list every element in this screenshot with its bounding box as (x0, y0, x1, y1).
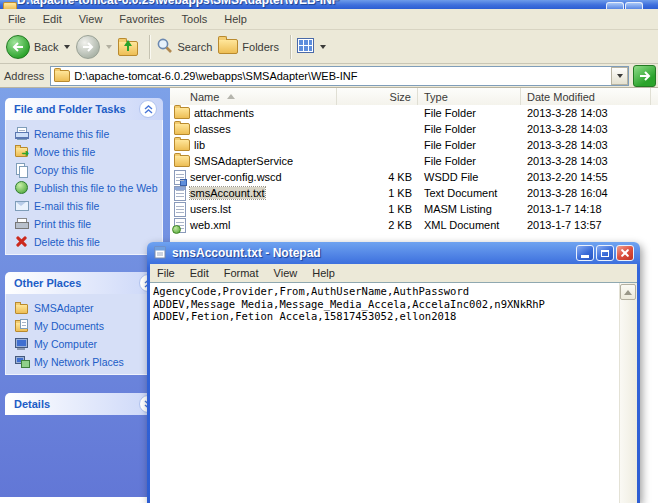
notepad-titlebar[interactable]: smsAccount.txt - Notepad (150, 242, 637, 264)
place-smsadapter[interactable]: SMSAdapter (15, 301, 158, 314)
file-row[interactable]: web.xml 2 KB XML Document 2013-1-7 13:57 (170, 217, 658, 233)
other-places-body: SMSAdapter My Documents My Computer My N… (5, 294, 163, 375)
task-copy-file[interactable]: Copy this file (15, 163, 158, 176)
search-icon (156, 37, 173, 56)
copy-icon (15, 163, 28, 176)
notepad-menu-help[interactable]: Help (312, 267, 335, 279)
up-button[interactable] (118, 38, 138, 56)
explorer-menubar: File Edit View Favorites Tools Help (0, 9, 658, 30)
my-computer-icon (15, 337, 28, 350)
publish-web-icon (15, 181, 28, 194)
text-doc-icon (174, 186, 186, 201)
file-row[interactable]: attachments File Folder 2013-3-28 14:03 (170, 105, 658, 121)
address-label: Address (4, 70, 44, 82)
file-row[interactable]: classes File Folder 2013-3-28 14:03 (170, 121, 658, 137)
address-bar: Address D:\apache-tomcat-6.0.29\webapps\… (0, 64, 658, 88)
maximize-button[interactable] (625, 2, 643, 9)
details-header[interactable]: Details (5, 393, 163, 415)
maximize-button[interactable] (596, 245, 614, 261)
place-my-documents[interactable]: My Documents (15, 319, 158, 332)
vertical-scrollbar[interactable] (619, 283, 637, 503)
explorer-titlebar[interactable]: D:\apache-tomcat-6.0.29\webapps\SMSAdapt… (0, 0, 658, 9)
notepad-menu-file[interactable]: File (157, 267, 175, 279)
folders-label: Folders (242, 41, 279, 53)
up-folder-icon (118, 41, 138, 56)
column-header-name[interactable]: Name (170, 88, 337, 105)
menu-help[interactable]: Help (224, 13, 247, 25)
close-button[interactable] (616, 245, 634, 261)
task-email-file[interactable]: E-mail this file (15, 199, 158, 212)
back-dropdown-icon[interactable] (64, 45, 70, 49)
notepad-line: ADDEV,Fetion,Fetion Accela,15817453052,e… (153, 310, 617, 323)
search-label: Search (177, 41, 212, 53)
file-row[interactable]: SMSAdapterService File Folder 2013-3-28 … (170, 153, 658, 169)
notepad-text-area[interactable]: AgencyCode,Provider,From,AuthUserName,Au… (150, 283, 637, 503)
file-row[interactable]: users.lst 1 KB MASM Listing 2013-1-7 14:… (170, 201, 658, 217)
forward-button[interactable] (76, 35, 112, 59)
notepad-window: smsAccount.txt - Notepad File Edit Forma… (147, 242, 640, 503)
folder-icon (54, 70, 70, 82)
address-input[interactable]: D:\apache-tomcat-6.0.29\webapps\SMSAdapt… (50, 66, 629, 86)
other-places-header[interactable]: Other Places (5, 272, 163, 294)
details-panel: Details (5, 393, 163, 415)
place-my-computer[interactable]: My Computer (15, 337, 158, 350)
menu-view[interactable]: View (79, 13, 103, 25)
collapse-chevron-icon[interactable] (139, 100, 157, 118)
notepad-icon (153, 245, 167, 262)
move-icon: ➜ (15, 145, 28, 158)
minimize-button[interactable] (606, 2, 624, 9)
file-folder-tasks-header[interactable]: File and Folder Tasks (5, 98, 163, 120)
menu-favorites[interactable]: Favorites (119, 13, 164, 25)
task-rename-file[interactable]: Rename this file (15, 127, 158, 140)
list-doc-icon (174, 202, 186, 217)
task-move-file[interactable]: ➜ Move this file (15, 145, 158, 158)
print-icon (15, 217, 28, 230)
menu-tools[interactable]: Tools (182, 13, 208, 25)
explorer-toolbar: Back Search Folders (0, 30, 658, 64)
column-header-date-modified[interactable]: Date Modified (521, 88, 651, 105)
back-button[interactable]: Back (6, 35, 70, 59)
go-arrow-icon (639, 71, 651, 81)
back-label: Back (34, 41, 58, 53)
folders-button[interactable]: Folders (218, 39, 279, 54)
details-title: Details (14, 398, 50, 410)
file-folder-tasks-body: Rename this file ➜ Move this file Copy t… (5, 120, 163, 255)
notepad-menu-edit[interactable]: Edit (190, 267, 209, 279)
scroll-up-button[interactable] (620, 284, 636, 300)
notepad-menu-view[interactable]: View (274, 267, 298, 279)
file-row[interactable]: server-config.wscd 4 KB WSDD File 2013-2… (170, 169, 658, 185)
task-publish-file[interactable]: Publish this file to the Web (15, 181, 158, 194)
place-my-network[interactable]: My Network Places (15, 355, 158, 368)
task-delete-file[interactable]: Delete this file (15, 235, 158, 248)
column-header-size[interactable]: Size (337, 88, 418, 105)
forward-dropdown-icon[interactable] (106, 45, 112, 49)
go-button[interactable] (633, 65, 656, 87)
menu-edit[interactable]: Edit (43, 13, 62, 25)
task-print-file[interactable]: Print this file (15, 217, 158, 230)
folder-icon (3, 2, 17, 9)
folder-icon (174, 155, 190, 167)
views-button[interactable] (297, 38, 326, 55)
file-folder-tasks-title: File and Folder Tasks (14, 103, 126, 115)
file-list-header: Name Size Type Date Modified (170, 88, 658, 105)
notepad-title: smsAccount.txt - Notepad (172, 246, 321, 260)
search-button[interactable]: Search (156, 37, 212, 56)
notepad-line: ADDEV,Message Media,Message_Media_Accela… (153, 298, 617, 311)
toolbar-separator (149, 35, 151, 59)
file-row-selected[interactable]: smsAccount.txt 1 KB Text Document 2013-3… (170, 185, 658, 201)
forward-icon (76, 35, 100, 59)
folder-icon (174, 139, 190, 151)
menu-file[interactable]: File (8, 13, 26, 25)
notepad-menu-format[interactable]: Format (224, 267, 259, 279)
delete-icon (15, 235, 28, 248)
folder-icon (174, 107, 190, 119)
xml-doc-icon (174, 218, 186, 233)
minimize-button[interactable] (576, 245, 594, 261)
views-dropdown-icon[interactable] (320, 45, 326, 49)
views-icon (297, 38, 314, 55)
explorer-title: D:\apache-tomcat-6.0.29\webapps\SMSAdapt… (17, 0, 339, 7)
address-dropdown-button[interactable] (611, 67, 628, 85)
chevron-up-icon (624, 290, 632, 295)
column-header-type[interactable]: Type (418, 88, 521, 105)
file-row[interactable]: lib File Folder 2013-3-28 14:03 (170, 137, 658, 153)
